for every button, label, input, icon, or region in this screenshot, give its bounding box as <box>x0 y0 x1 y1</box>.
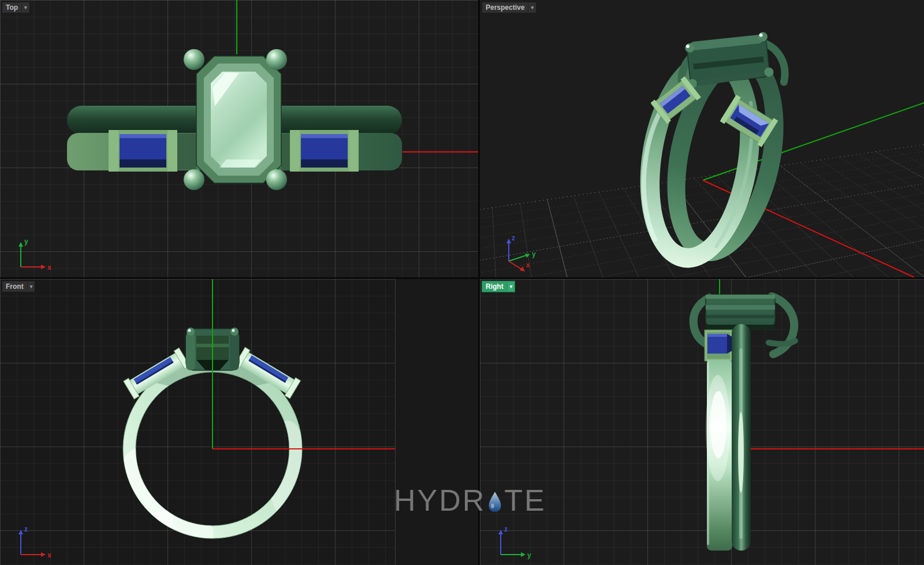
viewport-tab-perspective[interactable]: Perspective ▾ <box>482 2 536 13</box>
viewport-tab-right[interactable]: Right ▾ <box>482 281 515 292</box>
ring-top-view <box>0 0 478 277</box>
axis-label-y: y <box>527 551 531 559</box>
chevron-down-icon[interactable]: ▾ <box>27 282 35 291</box>
axis-label-y: y <box>24 237 28 246</box>
hydrate-watermark: HYDR TE <box>394 485 546 515</box>
viewport-title-front: Front <box>6 282 27 291</box>
viewport-title-top: Top <box>6 3 21 12</box>
rhino-four-view-workspace: y x Top ▾ <box>0 0 924 565</box>
axis-indicator: z x <box>10 523 57 559</box>
viewport-right[interactable]: z y Right ▾ <box>480 279 924 565</box>
ring-band-tube <box>732 324 751 551</box>
watermark-text-left: HYDR <box>394 485 486 515</box>
axis-label-y: y <box>532 250 536 258</box>
chevron-down-icon[interactable]: ▾ <box>528 3 536 12</box>
axis-label-x: x <box>47 551 51 559</box>
viewport-title-right: Right <box>486 282 507 291</box>
viewport-tab-front[interactable]: Front ▾ <box>2 281 35 292</box>
center-stone <box>196 56 281 183</box>
chevron-down-icon[interactable]: ▾ <box>507 282 515 291</box>
axis-label-z: z <box>504 525 508 533</box>
ring-perspective-view <box>480 0 924 277</box>
viewport-top[interactable]: y x Top ▾ <box>0 0 478 277</box>
axis-label-z: z <box>24 525 28 533</box>
baguette-setting-right <box>290 130 359 172</box>
axis-label-z: z <box>512 234 515 242</box>
viewport-title-perspective: Perspective <box>486 3 528 12</box>
viewport-perspective[interactable]: z y x Perspective ▾ <box>480 0 924 277</box>
baguette-setting-left <box>109 130 177 172</box>
front-axis-lines <box>0 279 478 565</box>
chevron-down-icon[interactable]: ▾ <box>21 3 29 12</box>
ring-right-view <box>480 279 924 565</box>
axis-label-x: x <box>47 263 51 272</box>
watermark-text-right: TE <box>504 485 546 515</box>
axis-indicator: y x <box>10 236 57 272</box>
axis-indicator: z y <box>490 523 536 559</box>
ring-band-flat <box>706 360 732 551</box>
channel-baguette-side <box>705 330 732 361</box>
axis-label-x: x <box>526 261 530 269</box>
water-drop-icon <box>487 490 503 515</box>
axis-indicator: z y x <box>490 231 542 272</box>
viewport-front[interactable]: z x Front ▾ <box>0 279 478 565</box>
viewport-tab-top[interactable]: Top ▾ <box>2 2 30 13</box>
